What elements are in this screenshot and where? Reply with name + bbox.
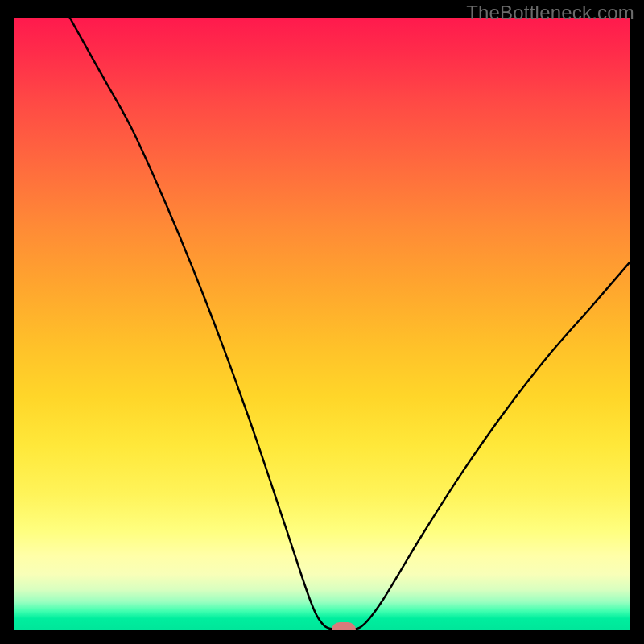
plot-area: [14, 18, 630, 630]
minimum-marker: [332, 622, 356, 630]
bottleneck-curve: [14, 18, 630, 630]
chart-frame: TheBottleneck.com: [0, 0, 644, 644]
watermark-text: TheBottleneck.com: [466, 2, 634, 24]
